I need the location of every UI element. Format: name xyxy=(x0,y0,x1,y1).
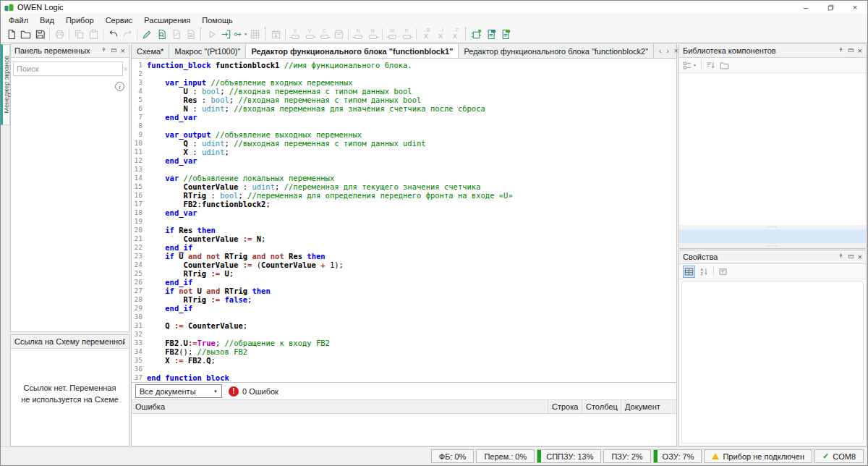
schema-reference-title: Ссылка на Схему переменной “” xyxy=(14,337,125,346)
errors-panel: Все документы ▼ ! 0 Ошибок ОшибкаСтрокаС… xyxy=(132,382,676,446)
menu-view[interactable]: Вид xyxy=(34,15,60,25)
right-column: Библиотека компонентов × ▼ xyxy=(678,43,867,446)
variables-search-row: × xyxy=(13,62,127,76)
code-line: 4 U : bool; //входная переменная с типом… xyxy=(132,87,676,96)
pin-icon[interactable] xyxy=(838,46,844,55)
tab-fb1-editor[interactable]: Редактор функционального блока "function… xyxy=(246,44,459,58)
sort-icon[interactable] xyxy=(706,61,715,70)
code-line: 14 var //объявление локальных переменных xyxy=(132,174,676,182)
categorized-view-icon[interactable] xyxy=(683,266,695,278)
code-text: X : udint; xyxy=(145,148,229,156)
menu-device[interactable]: Прибор xyxy=(60,15,100,25)
line-number: 33 xyxy=(132,339,145,347)
docked-tabs-strip: Менеджер экранов xyxy=(1,43,10,446)
toolbar-separator xyxy=(713,266,714,276)
code-text: if not U and RTrig then xyxy=(145,287,271,295)
line-number: 3 xyxy=(132,78,145,87)
new-project-button[interactable] xyxy=(4,27,18,41)
menu-service[interactable]: Сервис xyxy=(100,15,139,25)
errors-column-header[interactable]: Столбец xyxy=(582,400,621,413)
code-text: Q : udint; //выходная переменная с типом… xyxy=(145,139,426,148)
close-panel-icon[interactable]: × xyxy=(121,48,125,54)
pin-icon[interactable] xyxy=(101,46,107,55)
code-text: var_input //объявление входных переменны… xyxy=(145,78,353,87)
upload-to-device-button[interactable] xyxy=(218,27,233,41)
output-variable-button: V xyxy=(302,27,317,41)
close-tab-icon[interactable]: × xyxy=(674,47,678,55)
errors-table-body[interactable] xyxy=(132,414,676,446)
code-line: 21 CounterValue := N; xyxy=(132,234,676,243)
menu-file[interactable]: Файл xyxy=(3,15,34,25)
pen-tool-button[interactable] xyxy=(140,27,154,41)
document-list-button xyxy=(183,27,197,41)
code-text: var //объявление локальных переменных xyxy=(145,174,334,182)
new-function-block-button[interactable] xyxy=(469,27,483,41)
code-text: Res : bool; //входная переменная с типом… xyxy=(145,96,421,104)
library-panel-header: Библиотека компонентов × xyxy=(679,44,866,58)
errors-column-header[interactable]: Ошибка xyxy=(132,400,548,413)
status-com-port[interactable]: ✓COM8 xyxy=(814,449,864,463)
toolbar-separator xyxy=(265,27,265,41)
schedule-button xyxy=(268,27,283,41)
read-variable-button: R xyxy=(399,27,414,41)
close-button[interactable]: × xyxy=(843,1,867,14)
code-line: 20 if Res then xyxy=(132,226,676,234)
restore-button[interactable] xyxy=(818,1,843,14)
menu-help[interactable]: Помощь xyxy=(196,15,239,25)
variables-panel: Панель переменных × × i xyxy=(10,43,129,332)
horizontal-splitter[interactable]: ···· xyxy=(679,244,866,248)
code-text: if Res then xyxy=(145,226,216,234)
macro-editor-button[interactable] xyxy=(498,27,512,41)
toolbar-separator xyxy=(465,27,466,41)
clear-search-icon[interactable]: × xyxy=(123,62,129,76)
window-position-icon[interactable] xyxy=(848,253,854,261)
library-panel-title: Библиотека компонентов xyxy=(683,46,838,55)
line-number: 31 xyxy=(132,321,145,330)
code-text: var_output //объявление выходных перемен… xyxy=(145,130,362,139)
menu-extensions[interactable]: Расширения xyxy=(138,15,196,25)
window-position-icon[interactable] xyxy=(111,46,117,55)
pin-icon[interactable] xyxy=(838,253,844,261)
scroll-tabs-left-icon[interactable]: ‹ xyxy=(659,47,661,55)
device-connection-button[interactable]: ▼ xyxy=(233,27,247,41)
document-filter-dropdown[interactable]: Все документы ▼ xyxy=(135,384,222,398)
memory-gauge xyxy=(654,450,658,462)
info-icon[interactable]: i xyxy=(115,82,124,91)
tab-macro-pt1000[interactable]: Макрос "(Pt1000)" xyxy=(169,44,246,58)
properties-grid[interactable] xyxy=(681,281,864,444)
group-by-icon[interactable]: ▼ xyxy=(683,61,697,70)
function-block-editor-button[interactable] xyxy=(483,27,498,41)
errors-column-header[interactable]: Документ xyxy=(621,400,676,413)
close-panel-icon[interactable]: × xyxy=(858,48,862,54)
code-line: 15 CounterValue : udint; //переменная дл… xyxy=(132,182,676,191)
undo-button[interactable] xyxy=(106,27,120,41)
line-number: 27 xyxy=(132,287,145,295)
code-line: 29 end_if xyxy=(132,304,676,313)
window-position-icon[interactable] xyxy=(848,46,854,55)
sort-alphabetical-icon[interactable] xyxy=(699,267,709,276)
tab-fb2-editor[interactable]: Редактор функционального блока "function… xyxy=(459,44,654,58)
save-project-button[interactable] xyxy=(33,27,47,41)
st-code-editor[interactable]: 1function_block functionblock1 //имя фун… xyxy=(132,59,676,382)
code-text: CounterValue : udint; //переменная для т… xyxy=(145,182,481,191)
code-line: 22 end_if xyxy=(132,243,676,252)
find-in-document-button[interactable] xyxy=(154,27,169,41)
code-line: 27 if not U and RTrig then xyxy=(132,287,676,295)
owen-logic-window: OWEN Logic – × ФайлВидПриборСервисРасшир… xyxy=(0,0,868,466)
library-selected-row[interactable] xyxy=(679,229,866,244)
tab-scheme[interactable]: Схема* xyxy=(132,44,169,58)
code-text: CounterValue := (CounterValue + 1); xyxy=(145,260,344,269)
folder-icon[interactable] xyxy=(720,61,729,70)
properties-panel: Свойства × xyxy=(678,250,867,446)
code-line: 16 RTrig : bool; //переменная для опреде… xyxy=(132,191,676,200)
code-text: RTrig := false; xyxy=(145,295,252,304)
minimize-button[interactable]: – xyxy=(793,1,818,14)
variables-search-input[interactable] xyxy=(13,62,123,76)
scroll-tabs-right-icon[interactable]: › xyxy=(666,47,668,55)
library-component-list[interactable] xyxy=(679,73,866,225)
close-panel-icon[interactable]: × xyxy=(858,254,862,260)
screen-manager-tab[interactable]: Менеджер экранов xyxy=(1,44,10,125)
open-project-button[interactable] xyxy=(18,27,33,41)
code-text: end_var xyxy=(145,113,197,122)
errors-column-header[interactable]: Строка xyxy=(548,400,582,413)
